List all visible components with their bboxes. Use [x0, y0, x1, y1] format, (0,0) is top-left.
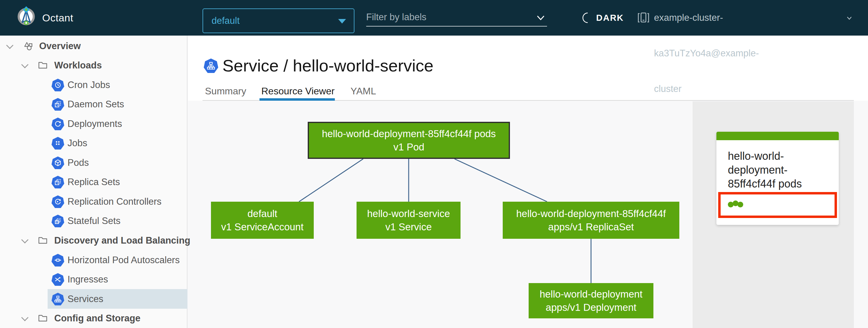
daemon-sets-icon — [52, 98, 64, 111]
tab-yaml[interactable]: YAML — [350, 84, 376, 98]
sidebar-item-overview[interactable]: Overview — [0, 36, 187, 56]
pod-card-title: hello-world-deployment-85ff4cf44f pods — [728, 149, 830, 191]
sidebar-nav: Overview Workloads Cron Jobs Daemon Sets… — [0, 36, 187, 328]
graph-node-service[interactable]: hello-world-service v1 Service — [356, 202, 461, 239]
caret-down-icon — [338, 19, 346, 24]
sidebar-item-stateful-sets[interactable]: Stateful Sets — [0, 211, 187, 231]
input-underline — [366, 26, 547, 27]
sidebar-item-label: Jobs — [67, 133, 87, 153]
chevron-down-icon[interactable] — [21, 236, 28, 243]
chevron-down-icon[interactable] — [21, 314, 28, 321]
sidebar-item-jobs[interactable]: Jobs — [0, 133, 187, 153]
sidebar-item-discovery-and-load-balancing[interactable]: Discovery and Load Balancing — [0, 231, 187, 250]
node-title: default — [247, 207, 277, 220]
sidebar-item-label: Deployments — [67, 114, 122, 133]
sidebar-item-label: Replica Sets — [67, 172, 120, 192]
sidebar-item-replication-controllers[interactable]: Replication Controllers — [0, 192, 187, 211]
node-subtitle: v1 Pod — [393, 141, 424, 154]
sidebar-item-label: Horizontal Pod Autoscalers — [67, 250, 180, 270]
app-title: Octant — [42, 0, 73, 36]
deployments-icon — [52, 118, 64, 130]
graph-node-pod[interactable]: hello-world-deployment-85ff4cf44f pods v… — [308, 122, 510, 159]
folder-icon — [38, 314, 48, 322]
sidebar-item-horizontal-pod-autoscalers[interactable]: Horizontal Pod Autoscalers — [0, 250, 187, 270]
sidebar-item-label: Replication Controllers — [67, 192, 161, 211]
node-subtitle: v1 Service — [385, 220, 432, 234]
sidebar-item-label: Stateful Sets — [67, 211, 121, 231]
app-header: Octant default DARK example-cluster-ka3T… — [0, 0, 868, 36]
node-subtitle: apps/v1 ReplicaSet — [548, 220, 634, 234]
node-title: hello-world-deployment-85ff4cf44f pods — [322, 127, 496, 141]
tab-summary[interactable]: Summary — [205, 84, 246, 98]
sidebar-item-cron-jobs[interactable]: Cron Jobs — [0, 75, 187, 95]
dark-toggle-label: DARK — [596, 0, 624, 36]
replication-controllers-icon — [52, 196, 64, 208]
pods-icon — [52, 156, 64, 169]
jobs-icon — [52, 137, 64, 150]
cron-jobs-icon — [52, 79, 64, 91]
namespace-select-value: default — [212, 9, 240, 33]
sidebar-item-label: Cron Jobs — [67, 75, 110, 95]
sidebar-item-workloads[interactable]: Workloads — [0, 56, 187, 75]
node-subtitle: v1 ServiceAccount — [221, 220, 304, 234]
node-title: hello-world-deployment-85ff4cf44f — [516, 207, 666, 220]
chevron-down-icon[interactable] — [537, 14, 545, 22]
folder-icon — [38, 61, 48, 69]
sidebar-item-label: Pods — [67, 153, 89, 173]
replica-sets-icon — [52, 176, 64, 188]
sidebar-item-pods[interactable]: Pods — [0, 153, 187, 173]
moon-icon — [581, 12, 592, 24]
node-title: hello-world-service — [367, 207, 450, 220]
namespace-select[interactable]: default — [203, 8, 354, 33]
pod-status-highlight[interactable] — [718, 192, 837, 218]
graph-node-deployment[interactable]: hello-world-deployment apps/v1 Deploymen… — [529, 283, 653, 318]
sidebar-item-label: Overview — [39, 36, 81, 56]
sidebar-item-label: Daemon Sets — [67, 94, 124, 114]
objects-icon — [24, 41, 33, 51]
sidebar-item-replica-sets[interactable]: Replica Sets — [0, 172, 187, 192]
cluster-context-label: example-cluster-ka3TuTzYo4a@example-clus… — [654, 0, 759, 36]
sidebar-item-label: Services — [67, 289, 103, 309]
octant-logo-icon — [16, 6, 36, 26]
chevron-down-icon[interactable] — [21, 61, 28, 68]
node-subtitle: apps/v1 Deployment — [546, 301, 637, 314]
sidebar-item-services[interactable]: Services — [0, 289, 187, 309]
sidebar-item-config-and-storage[interactable]: Config and Storage — [0, 308, 187, 328]
chevron-down-icon[interactable] — [6, 41, 13, 49]
label-filter — [366, 0, 547, 36]
pod-detail-card[interactable]: hello-world-deployment-85ff4cf44f pods — [716, 132, 839, 225]
active-tab-underline — [259, 98, 335, 101]
graph-node-replicaset[interactable]: hello-world-deployment-85ff4cf44f apps/v… — [503, 202, 679, 239]
pod-status-dots — [728, 202, 742, 209]
sidebar-item-label: Workloads — [54, 56, 102, 75]
chevron-down-icon — [847, 16, 852, 21]
label-filter-input[interactable] — [366, 8, 533, 26]
stateful-sets-icon — [52, 215, 64, 227]
sidebar-item-deployments[interactable]: Deployments — [0, 114, 187, 133]
sidebar-item-label: Config and Storage — [54, 308, 141, 328]
page-title: Service / hello-world-service — [222, 56, 433, 76]
pod-status-dot[interactable] — [733, 201, 738, 206]
graph-node-serviceaccount[interactable]: default v1 ServiceAccount — [211, 202, 314, 239]
sidebar-item-label: Ingresses — [67, 270, 108, 289]
hpa-icon — [52, 254, 64, 267]
sidebar-item-daemon-sets[interactable]: Daemon Sets — [0, 94, 187, 114]
host-icon — [637, 11, 650, 24]
ingresses-icon — [52, 273, 64, 286]
tab-resource-viewer[interactable]: Resource Viewer — [261, 84, 335, 98]
sidebar-item-label: Discovery and Load Balancing — [54, 231, 190, 250]
status-color-bar — [716, 132, 839, 140]
folder-icon — [38, 236, 48, 244]
node-title: hello-world-deployment — [539, 288, 642, 301]
sidebar-item-ingresses[interactable]: Ingresses — [0, 270, 187, 289]
